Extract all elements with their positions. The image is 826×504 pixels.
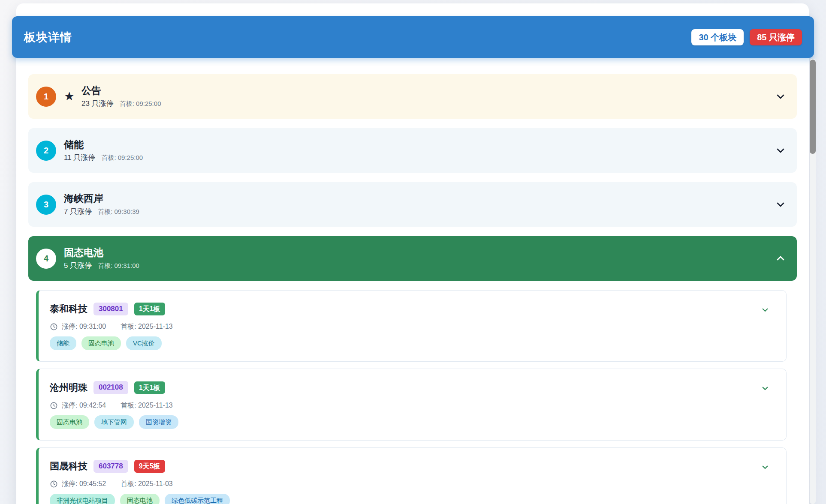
first-board-time: 首板: 09:31:00 xyxy=(98,262,139,270)
sector-list: 1 ★ 公告 23 只涨停 首板: 09:25:00 2 储能 11 只涨停 首… xyxy=(16,58,809,504)
sector-info: 海峡西岸 7 只涨停 首板: 09:30:39 xyxy=(64,192,775,217)
sector-meta: 5 只涨停 首板: 09:31:00 xyxy=(64,261,775,270)
tag-pill: 国资增资 xyxy=(139,415,178,429)
chevron-down-icon[interactable] xyxy=(761,384,769,392)
header-badges: 30 个板块 85 只涨停 xyxy=(691,29,802,45)
rank-badge: 4 xyxy=(36,249,56,269)
streak-badge: 9天5板 xyxy=(134,460,165,473)
sector-row-chuneng[interactable]: 2 储能 11 只涨停 首板: 09:25:00 xyxy=(28,128,797,173)
limit-up-time: 涨停: 09:45:52 xyxy=(62,480,106,489)
first-board-time: 首板: 09:25:00 xyxy=(120,100,161,108)
chevron-up-icon xyxy=(775,253,786,264)
limit-up-count: 7 只涨停 xyxy=(64,207,92,216)
streak-badge: 1天1板 xyxy=(134,303,165,315)
stock-code-badge: 300801 xyxy=(93,303,128,315)
chevron-down-icon[interactable] xyxy=(761,463,769,471)
stock-code-badge: 603778 xyxy=(93,460,128,473)
stock-card-list: 泰和科技 300801 1天1板 涨停: 09:31:00 首板: 2025-1… xyxy=(36,290,787,504)
sector-name: 海峡西岸 xyxy=(64,192,775,205)
first-board-date: 首板: 2025-11-13 xyxy=(121,322,173,331)
clock-icon xyxy=(50,480,58,488)
tag-pill: 地下管网 xyxy=(94,415,134,429)
scrollbar-thumb[interactable] xyxy=(810,60,816,154)
sector-info: 固态电池 5 只涨停 首板: 09:31:00 xyxy=(64,246,775,271)
stock-meta-row: 涨停: 09:31:00 首板: 2025-11-13 xyxy=(50,322,756,331)
sector-row-gonggao[interactable]: 1 ★ 公告 23 只涨停 首板: 09:25:00 xyxy=(28,74,797,119)
star-icon: ★ xyxy=(64,90,75,102)
tag-pill: VC涨价 xyxy=(126,336,162,350)
stock-meta-row: 涨停: 09:45:52 首板: 2025-11-03 xyxy=(50,480,756,489)
chevron-down-icon xyxy=(775,145,786,156)
stock-meta-row: 涨停: 09:42:54 首板: 2025-11-13 xyxy=(50,401,756,410)
sector-info: 储能 11 只涨停 首板: 09:25:00 xyxy=(64,138,775,163)
sector-meta: 23 只涨停 首板: 09:25:00 xyxy=(81,99,775,108)
sector-name: 固态电池 xyxy=(64,246,775,259)
stock-name: 国晟科技 xyxy=(50,460,87,473)
limit-up-count-badge: 85 只涨停 xyxy=(750,29,802,45)
rank-badge: 1 xyxy=(36,87,56,107)
stock-tags: 固态电池 地下管网 国资增资 xyxy=(50,415,756,429)
clock-icon xyxy=(50,323,58,331)
scrollbar[interactable] xyxy=(810,59,816,504)
stock-card-guoshengkeji: 国晟科技 603778 9天5板 涨停: 09:45:52 首板: 2025-1… xyxy=(36,447,787,504)
stock-name: 沧州明珠 xyxy=(50,381,87,394)
sector-name: 储能 xyxy=(64,138,775,151)
sector-count-badge: 30 个板块 xyxy=(691,29,744,45)
tag-pill: 固态电池 xyxy=(50,415,89,429)
stock-title-row: 国晟科技 603778 9天5板 xyxy=(50,460,756,473)
tag-pill: 固态电池 xyxy=(81,336,121,350)
tag-pill: 非洲光伏电站项目 xyxy=(50,494,115,504)
streak-badge: 1天1板 xyxy=(134,381,165,394)
sector-row-gutaidianchi[interactable]: 4 固态电池 5 只涨停 首板: 09:31:00 xyxy=(28,236,797,281)
first-board-date: 首板: 2025-11-13 xyxy=(121,401,173,410)
clock-icon xyxy=(50,402,58,410)
stock-tags: 非洲光伏电站项目 固态电池 绿色低碳示范工程 xyxy=(50,494,756,504)
sector-name: 公告 xyxy=(81,84,775,97)
chevron-down-icon[interactable] xyxy=(761,306,769,314)
limit-up-count: 5 只涨停 xyxy=(64,261,92,270)
panel-header: 板块详情 30 个板块 85 只涨停 xyxy=(12,16,814,58)
stock-card-taihekeji: 泰和科技 300801 1天1板 涨停: 09:31:00 首板: 2025-1… xyxy=(36,290,787,362)
rank-badge: 3 xyxy=(36,195,56,215)
chevron-down-icon xyxy=(775,91,786,102)
sector-row-haixiaxian[interactable]: 3 海峡西岸 7 只涨停 首板: 09:30:39 xyxy=(28,182,797,227)
first-board-time: 首板: 09:25:00 xyxy=(101,154,143,162)
sector-info: 公告 23 只涨停 首板: 09:25:00 xyxy=(81,84,775,109)
stock-tags: 储能 固态电池 VC涨价 xyxy=(50,336,756,350)
first-board-time: 首板: 09:30:39 xyxy=(98,208,139,216)
stock-code-badge: 002108 xyxy=(93,381,128,394)
limit-up-count: 23 只涨停 xyxy=(81,99,114,108)
tag-pill: 绿色低碳示范工程 xyxy=(165,494,230,504)
tag-pill: 储能 xyxy=(50,336,76,350)
first-board-date: 首板: 2025-11-03 xyxy=(121,480,173,489)
chevron-down-icon xyxy=(775,199,786,210)
limit-up-count: 11 只涨停 xyxy=(64,153,95,162)
stock-card-cangzhoumingzhu: 沧州明珠 002108 1天1板 涨停: 09:42:54 首板: 2025-1… xyxy=(36,369,787,440)
limit-up-time: 涨停: 09:31:00 xyxy=(62,322,106,331)
sector-meta: 7 只涨停 首板: 09:30:39 xyxy=(64,207,775,216)
tag-pill: 固态电池 xyxy=(120,494,160,504)
stock-title-row: 沧州明珠 002108 1天1板 xyxy=(50,381,756,394)
stock-name: 泰和科技 xyxy=(50,303,87,315)
stock-title-row: 泰和科技 300801 1天1板 xyxy=(50,303,756,315)
sector-detail-panel: 板块详情 30 个板块 85 只涨停 1 ★ 公告 23 只涨停 首板: 09:… xyxy=(16,3,809,504)
page-title: 板块详情 xyxy=(24,30,72,45)
sector-meta: 11 只涨停 首板: 09:25:00 xyxy=(64,153,775,162)
limit-up-time: 涨停: 09:42:54 xyxy=(62,401,106,410)
rank-badge: 2 xyxy=(36,141,56,161)
